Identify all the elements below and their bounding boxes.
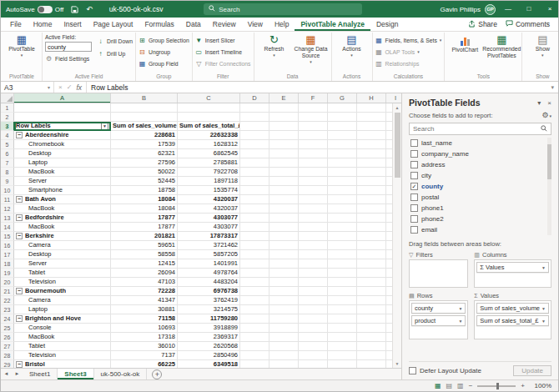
- cell-h20[interactable]: [357, 278, 386, 287]
- row-number-2[interactable]: 2: [1, 113, 14, 122]
- scroll-up-icon[interactable]: ▲: [395, 103, 400, 112]
- cell-b3[interactable]: Sum of sales_volume: [111, 122, 178, 131]
- cell-a3[interactable]: Row Labels▼: [14, 122, 111, 131]
- insert-timeline-button[interactable]: ▭Insert Timeline: [195, 47, 251, 57]
- cell-d22[interactable]: [240, 296, 269, 305]
- share-button[interactable]: Share: [468, 20, 497, 29]
- cell-h5[interactable]: [357, 140, 386, 149]
- cell-f9[interactable]: [299, 177, 328, 186]
- column-chip-values[interactable]: Σ Values▼: [476, 262, 549, 273]
- row-number-28[interactable]: 28: [1, 351, 14, 360]
- field-checkbox-postal[interactable]: [410, 193, 418, 201]
- name-box[interactable]: A3▾: [1, 82, 54, 93]
- user-avatar[interactable]: GP: [485, 4, 496, 15]
- ribbon-tab-design[interactable]: Design: [370, 18, 404, 31]
- field-item-city[interactable]: city: [409, 170, 551, 181]
- cell-b12[interactable]: 18084: [111, 204, 178, 214]
- cell-f19[interactable]: [299, 269, 328, 278]
- cell-c23[interactable]: 3214575: [178, 305, 240, 314]
- column-header-b[interactable]: B: [111, 93, 178, 103]
- new-sheet-button[interactable]: +: [152, 369, 162, 379]
- row-number-23[interactable]: 23: [1, 305, 14, 314]
- ribbon-tab-help[interactable]: Help: [269, 18, 295, 31]
- row-number-16[interactable]: 16: [1, 241, 14, 250]
- column-header-c[interactable]: C: [178, 93, 240, 103]
- cell-g11[interactable]: [328, 195, 357, 204]
- row-number-6[interactable]: 6: [1, 149, 14, 158]
- cell-h2[interactable]: [357, 113, 386, 122]
- cell-a8[interactable]: MacBook: [14, 168, 111, 177]
- cell-g1[interactable]: [328, 103, 357, 113]
- cell-a15[interactable]: −Berkshire: [14, 232, 111, 241]
- normal-view-icon[interactable]: ▦: [435, 382, 441, 389]
- cell-f11[interactable]: [299, 195, 328, 204]
- insert-function-icon[interactable]: fx: [76, 83, 82, 92]
- cell-f10[interactable]: [299, 186, 328, 195]
- row-number-12[interactable]: 12: [1, 204, 14, 214]
- refresh-button[interactable]: ↻ Refresh ▾: [257, 33, 292, 58]
- zoom-level[interactable]: 100%: [530, 382, 551, 389]
- page-break-view-icon[interactable]: ▥: [457, 382, 464, 389]
- cell-e11[interactable]: [269, 195, 299, 204]
- group-field-button[interactable]: ▦Group Field: [138, 58, 189, 68]
- cell-h3[interactable]: [357, 122, 386, 131]
- insert-slicer-button[interactable]: ▼Insert Slicer: [195, 35, 251, 45]
- cell-g19[interactable]: [328, 269, 357, 278]
- cell-d19[interactable]: [240, 269, 269, 278]
- cell-h9[interactable]: [357, 177, 386, 186]
- olap-tools-button[interactable]: ▦OLAP Tools▾: [375, 47, 442, 57]
- sheet-nav-left-icon[interactable]: ◄: [1, 369, 12, 379]
- close-button[interactable]: ×: [541, 1, 558, 18]
- row-number-5[interactable]: 5: [1, 140, 14, 149]
- row-number-7[interactable]: 7: [1, 158, 14, 168]
- cell-h15[interactable]: [357, 232, 386, 241]
- cell-h29[interactable]: [357, 360, 386, 368]
- cell-f16[interactable]: [299, 241, 328, 250]
- scroll-down-icon[interactable]: ▼: [395, 359, 400, 368]
- cell-c11[interactable]: 4320037: [178, 195, 240, 204]
- pane-close-icon[interactable]: ×: [547, 99, 551, 107]
- cell-e20[interactable]: [269, 278, 299, 287]
- update-button[interactable]: Update: [513, 365, 551, 376]
- sheet-tab-uk-500-ok-ok[interactable]: uk-500-ok-ok: [94, 369, 148, 379]
- cell-c20[interactable]: 4483204: [178, 278, 240, 287]
- cell-b16[interactable]: 59651: [111, 241, 178, 250]
- cell-a11[interactable]: −Bath Avon: [14, 195, 111, 204]
- fields-items-sets-button[interactable]: ▦Fields, Items, & Sets▾: [375, 35, 442, 45]
- cell-a13[interactable]: −Bedfordshire: [14, 214, 111, 223]
- cell-e25[interactable]: [269, 324, 299, 333]
- cell-g3[interactable]: [328, 122, 357, 131]
- cell-d4[interactable]: [240, 131, 269, 140]
- cell-a17[interactable]: Desktop: [14, 250, 111, 259]
- cell-b1[interactable]: [111, 103, 178, 113]
- cell-c3[interactable]: Sum of sales_total_£: [178, 122, 240, 131]
- cell-g8[interactable]: [328, 168, 357, 177]
- row-number-17[interactable]: 17: [1, 250, 14, 259]
- page-layout-view-icon[interactable]: ▤: [446, 382, 453, 389]
- cell-c19[interactable]: 4978764: [178, 269, 240, 278]
- cell-a28[interactable]: Television: [14, 351, 111, 360]
- cell-h27[interactable]: [357, 342, 386, 351]
- cell-a25[interactable]: Console: [14, 324, 111, 333]
- cell-d16[interactable]: [240, 241, 269, 250]
- cell-a19[interactable]: Tablet: [14, 269, 111, 278]
- cell-h11[interactable]: [357, 195, 386, 204]
- cell-g21[interactable]: [328, 287, 357, 296]
- cell-f8[interactable]: [299, 168, 328, 177]
- cell-a4[interactable]: −Aberdeenshire: [14, 131, 111, 140]
- cell-h25[interactable]: [357, 324, 386, 333]
- cell-c5[interactable]: 1628312: [178, 140, 240, 149]
- cell-e2[interactable]: [269, 113, 299, 122]
- cell-b18[interactable]: 12415: [111, 259, 178, 269]
- ribbon-tab-insert[interactable]: Insert: [58, 18, 87, 31]
- pivotchart-button[interactable]: PivotChart: [447, 33, 482, 53]
- column-header-i[interactable]: I: [386, 93, 401, 103]
- field-checkbox-address[interactable]: [410, 161, 418, 168]
- row-number-27[interactable]: 27: [1, 342, 14, 351]
- cell-c4[interactable]: 22632338: [178, 131, 240, 140]
- user-name[interactable]: Gavin Phillips: [441, 6, 481, 13]
- formula-content[interactable]: Row Labels: [87, 83, 546, 92]
- column-header-g[interactable]: G: [328, 93, 357, 103]
- cell-b22[interactable]: 41347: [111, 296, 178, 305]
- collapse-icon[interactable]: −: [16, 132, 23, 138]
